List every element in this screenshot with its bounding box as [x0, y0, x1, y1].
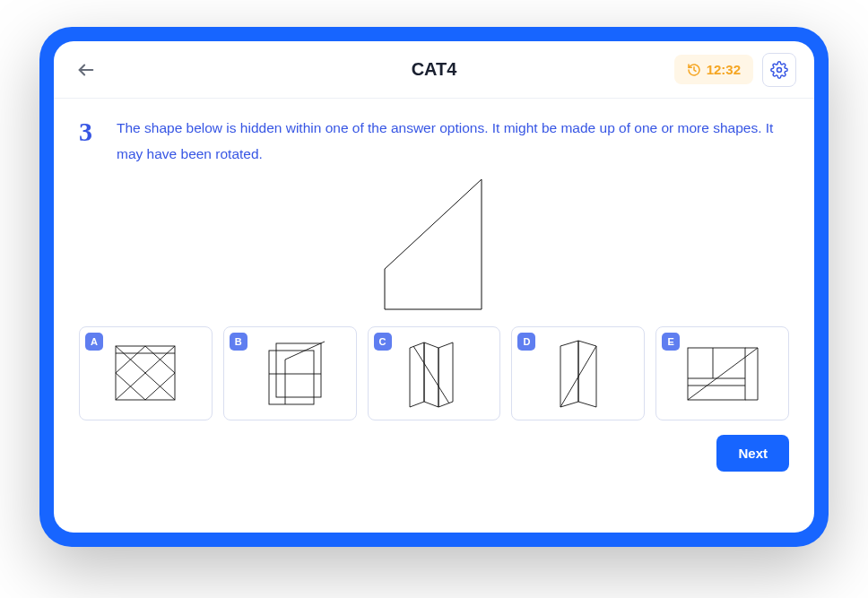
option-b[interactable]: B — [223, 326, 357, 420]
target-shape-icon — [367, 175, 501, 314]
option-c[interactable]: C — [368, 326, 501, 420]
svg-rect-9 — [276, 343, 321, 397]
option-badge: B — [230, 333, 247, 351]
timer-value: 12:32 — [707, 62, 741, 77]
option-e[interactable]: E — [655, 326, 789, 420]
question-number: 3 — [79, 117, 100, 146]
settings-button[interactable] — [762, 53, 796, 87]
option-a-shape-icon — [108, 341, 182, 405]
question-text: The shape below is hidden within one of … — [117, 115, 789, 168]
option-c-shape-icon — [397, 337, 471, 409]
svg-line-26 — [688, 348, 758, 400]
app-screen: CAT4 12:32 3 The shape below is hidden w… — [54, 41, 814, 533]
next-button[interactable]: Next — [716, 435, 789, 472]
option-badge: E — [662, 333, 680, 351]
device-frame: CAT4 12:32 3 The shape below is hidden w… — [39, 27, 829, 547]
svg-marker-2 — [385, 179, 482, 309]
question-header: 3 The shape below is hidden within one o… — [79, 115, 789, 168]
question-content: 3 The shape below is hidden within one o… — [54, 99, 814, 533]
gear-icon — [770, 61, 788, 79]
footer-bar: Next — [79, 435, 789, 472]
arrow-left-icon — [76, 60, 96, 80]
svg-rect-8 — [269, 351, 314, 404]
top-bar: CAT4 12:32 — [54, 41, 814, 99]
svg-line-16 — [413, 346, 449, 403]
svg-marker-17 — [560, 341, 578, 407]
option-d-shape-icon — [551, 337, 605, 409]
answer-options: A B — [79, 326, 789, 420]
svg-point-1 — [777, 67, 782, 72]
top-right-controls: 12:32 — [674, 53, 796, 87]
option-badge: D — [517, 333, 535, 351]
option-badge: C — [374, 333, 392, 351]
history-icon — [687, 63, 701, 77]
timer-badge: 12:32 — [674, 55, 753, 84]
option-b-shape-icon — [253, 338, 326, 408]
option-d[interactable]: D — [511, 326, 645, 420]
svg-rect-20 — [688, 348, 745, 400]
option-e-shape-icon — [682, 341, 763, 405]
option-badge: A — [85, 333, 103, 351]
option-a[interactable]: A — [79, 326, 213, 420]
question-figure — [79, 175, 789, 314]
back-button[interactable] — [72, 56, 100, 84]
